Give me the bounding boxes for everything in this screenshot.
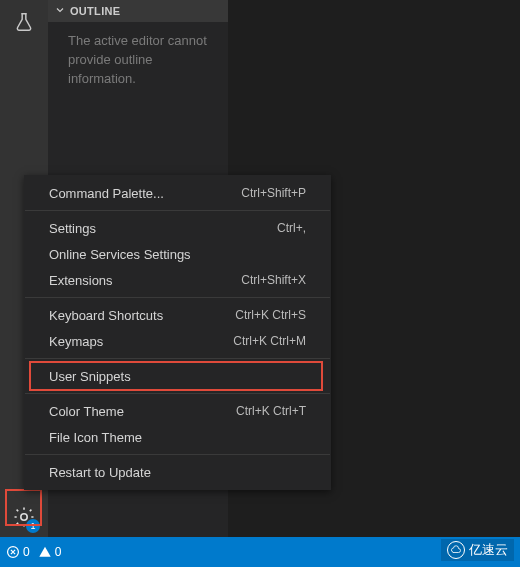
menu-label: Command Palette...	[49, 186, 164, 201]
menu-label: Keymaps	[49, 334, 103, 349]
menu-user-snippets[interactable]: User Snippets	[25, 363, 330, 389]
menu-color-theme[interactable]: Color Theme Ctrl+K Ctrl+T	[25, 398, 330, 424]
menu-shortcut: Ctrl+Shift+X	[241, 273, 306, 287]
menu-restart-to-update[interactable]: Restart to Update	[25, 459, 330, 485]
menu-label: Settings	[49, 221, 96, 236]
status-error-count: 0	[23, 545, 30, 559]
menu-label: Color Theme	[49, 404, 124, 419]
menu-file-icon-theme[interactable]: File Icon Theme	[25, 424, 330, 450]
beaker-icon[interactable]	[0, 0, 48, 44]
outline-title: OUTLINE	[70, 5, 120, 17]
watermark-text: 亿速云	[469, 541, 508, 559]
menu-settings[interactable]: Settings Ctrl+,	[25, 215, 330, 241]
annotation-highlight-gear	[5, 489, 42, 526]
error-icon	[6, 545, 20, 559]
menu-separator	[25, 210, 330, 211]
menu-label: Extensions	[49, 273, 113, 288]
menu-shortcut: Ctrl+K Ctrl+M	[233, 334, 306, 348]
menu-label: File Icon Theme	[49, 430, 142, 445]
cloud-icon	[447, 541, 465, 559]
outline-section-header[interactable]: OUTLINE	[48, 0, 228, 22]
menu-shortcut: Ctrl+K Ctrl+T	[236, 404, 306, 418]
menu-label: Restart to Update	[49, 465, 151, 480]
status-warning-count: 0	[55, 545, 62, 559]
menu-keymaps[interactable]: Keymaps Ctrl+K Ctrl+M	[25, 328, 330, 354]
menu-separator	[25, 454, 330, 455]
menu-label: User Snippets	[49, 369, 131, 384]
menu-online-services-settings[interactable]: Online Services Settings	[25, 241, 330, 267]
menu-shortcut: Ctrl+,	[277, 221, 306, 235]
menu-label: Online Services Settings	[49, 247, 191, 262]
menu-separator	[25, 297, 330, 298]
status-warnings[interactable]: 0	[38, 545, 62, 559]
menu-separator	[25, 393, 330, 394]
menu-extensions[interactable]: Extensions Ctrl+Shift+X	[25, 267, 330, 293]
menu-label: Keyboard Shortcuts	[49, 308, 163, 323]
watermark: 亿速云	[441, 539, 514, 561]
outline-empty-message: The active editor cannot provide outline…	[48, 22, 228, 99]
menu-shortcut: Ctrl+K Ctrl+S	[235, 308, 306, 322]
status-errors[interactable]: 0	[6, 545, 30, 559]
manage-context-menu: Command Palette... Ctrl+Shift+P Settings…	[24, 175, 331, 490]
menu-shortcut: Ctrl+Shift+P	[241, 186, 306, 200]
menu-separator	[25, 358, 330, 359]
menu-keyboard-shortcuts[interactable]: Keyboard Shortcuts Ctrl+K Ctrl+S	[25, 302, 330, 328]
menu-command-palette[interactable]: Command Palette... Ctrl+Shift+P	[25, 180, 330, 206]
warning-icon	[38, 545, 52, 559]
chevron-down-icon	[54, 4, 66, 18]
